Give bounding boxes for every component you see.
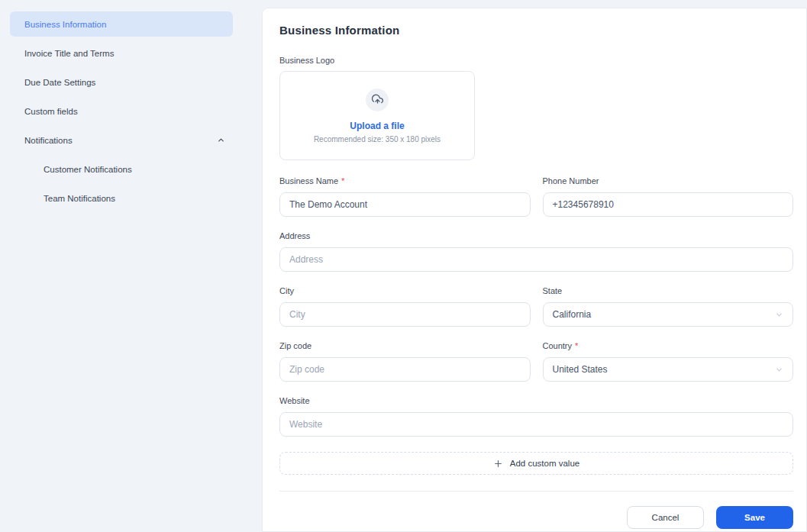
required-asterisk: *	[575, 341, 578, 351]
state-select[interactable]: California	[543, 302, 794, 327]
add-custom-value-label: Add custom value	[510, 459, 579, 468]
country-select[interactable]: United States	[543, 357, 794, 382]
business-name-input[interactable]	[279, 192, 531, 217]
chevron-up-icon	[217, 136, 225, 144]
country-select-value: United States	[553, 364, 608, 375]
sidebar-item-label: Due Date Settings	[24, 78, 95, 87]
sidebar-item-notifications[interactable]: Notifications	[10, 127, 233, 153]
website-input[interactable]	[279, 412, 793, 437]
plus-icon	[493, 459, 503, 469]
zip-code-label: Zip code	[279, 341, 312, 351]
phone-number-input[interactable]	[543, 192, 794, 217]
footer-actions: Cancel Save	[279, 492, 793, 529]
sidebar-item-due-date-settings[interactable]: Due Date Settings	[10, 69, 233, 95]
sidebar-item-customer-notifications[interactable]: Customer Notifications	[10, 156, 233, 182]
business-information-panel: Business Information Business Logo Uploa…	[262, 8, 807, 532]
sidebar-item-label: Team Notifications	[44, 194, 115, 203]
sidebar-item-custom-fields[interactable]: Custom fields	[10, 98, 233, 124]
sidebar-item-business-information[interactable]: Business Information	[10, 11, 233, 37]
state-field-group: State California	[543, 286, 794, 327]
logo-upload-dropzone[interactable]: Upload a file Recommended size: 350 x 18…	[279, 71, 475, 160]
chevron-down-icon	[775, 366, 783, 374]
zip-code-input[interactable]	[279, 357, 531, 382]
settings-sidebar: Business Information Invoice Title and T…	[0, 0, 262, 532]
business-name-field-group: Business Name *	[279, 176, 531, 217]
business-logo-label: Business Logo	[279, 56, 793, 65]
state-label: State	[543, 286, 563, 296]
phone-number-label: Phone Number	[543, 176, 599, 186]
address-field-group: Address	[279, 231, 793, 272]
sidebar-item-team-notifications[interactable]: Team Notifications	[10, 185, 233, 211]
upload-size-hint: Recommended size: 350 x 180 pixels	[314, 135, 441, 143]
sidebar-item-label: Customer Notifications	[44, 165, 132, 174]
website-label: Website	[279, 396, 310, 406]
save-button[interactable]: Save	[716, 506, 793, 529]
sidebar-item-label: Custom fields	[24, 107, 78, 116]
state-select-value: California	[553, 309, 592, 320]
sidebar-item-label: Business Information	[24, 20, 106, 29]
country-field-group: Country * United States	[543, 341, 794, 382]
upload-cloud-icon	[366, 89, 389, 111]
zip-code-field-group: Zip code	[279, 341, 531, 382]
phone-number-field-group: Phone Number	[543, 176, 794, 217]
city-label: City	[279, 286, 294, 296]
business-logo-section: Business Logo Upload a file Recommended …	[279, 56, 793, 160]
address-label: Address	[279, 231, 310, 241]
country-label: Country	[543, 341, 573, 351]
sidebar-item-invoice-title-and-terms[interactable]: Invoice Title and Terms	[10, 40, 233, 66]
city-input[interactable]	[279, 302, 531, 327]
website-field-group: Website	[279, 396, 793, 437]
sidebar-item-label: Invoice Title and Terms	[24, 49, 114, 58]
sidebar-item-label: Notifications	[24, 136, 73, 145]
upload-file-link[interactable]: Upload a file	[350, 121, 404, 131]
add-custom-value-button[interactable]: Add custom value	[279, 452, 793, 475]
address-input[interactable]	[279, 247, 793, 272]
required-asterisk: *	[341, 176, 344, 186]
chevron-down-icon	[775, 311, 783, 319]
cancel-button[interactable]: Cancel	[627, 506, 704, 529]
business-name-label: Business Name	[279, 176, 338, 186]
city-field-group: City	[279, 286, 531, 327]
page-title: Business Information	[279, 24, 793, 37]
